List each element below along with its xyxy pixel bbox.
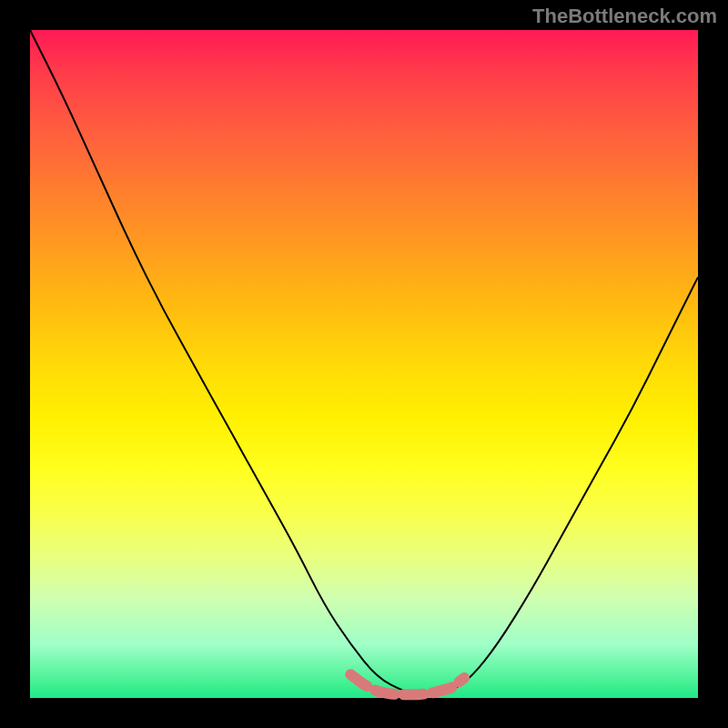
- chart-frame: TheBottleneck.com: [0, 0, 728, 728]
- chart-svg: [30, 30, 698, 698]
- flat-zone-path: [350, 674, 464, 694]
- watermark-text: TheBottleneck.com: [532, 5, 717, 28]
- bottleneck-curve-path: [30, 30, 698, 694]
